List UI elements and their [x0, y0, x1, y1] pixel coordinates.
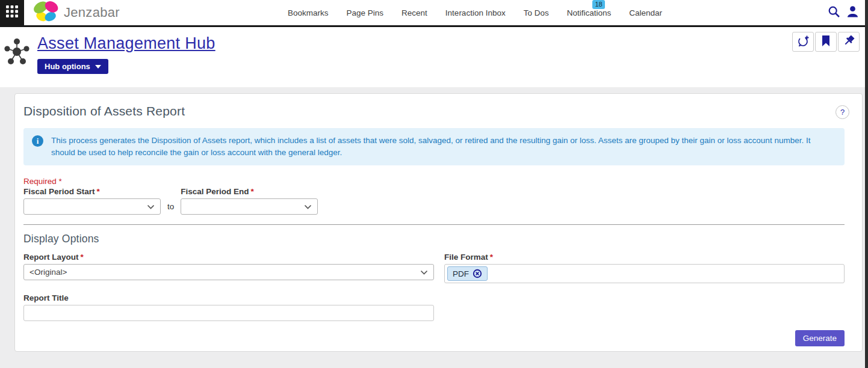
file-format-label: File Format*: [444, 253, 845, 262]
notifications-badge: 18: [592, 0, 604, 9]
hub-sync-add-button[interactable]: [792, 32, 814, 52]
file-format-chip-label: PDF: [453, 269, 469, 278]
pin-page-button[interactable]: [838, 32, 860, 52]
chevron-down-icon: [95, 65, 101, 69]
chip-remove-icon[interactable]: [473, 269, 482, 278]
hub-header-actions: [792, 32, 860, 52]
search-button[interactable]: [828, 5, 840, 20]
report-title-label: Report Title: [23, 293, 845, 302]
top-nav-menu: Bookmarks Page Pins Recent Interaction I…: [288, 0, 662, 25]
jenzabar-butterfly-icon: [33, 0, 60, 25]
file-format-tag-input[interactable]: PDF: [444, 264, 845, 283]
report-layout-value: <Original>: [29, 268, 67, 277]
fiscal-period-start-label: Fiscal Period Start*: [23, 187, 161, 196]
nav-item-to-dos[interactable]: To Dos: [524, 8, 549, 17]
report-layout-select[interactable]: <Original>: [23, 264, 434, 280]
file-format-chip: PDF: [447, 266, 488, 281]
section-divider: [23, 224, 845, 225]
info-banner: i This process generates the Disposition…: [23, 128, 845, 165]
hub-network-icon: [3, 36, 31, 87]
nav-item-calendar[interactable]: Calendar: [629, 8, 662, 17]
nav-item-notifications-label: Notifications: [567, 8, 612, 17]
fiscal-period-end-select[interactable]: [181, 198, 318, 215]
pushpin-icon: [842, 34, 855, 50]
info-icon: i: [32, 135, 43, 147]
panel-title: Disposition of Assets Report: [23, 104, 185, 118]
bookmark-page-button[interactable]: [815, 32, 837, 52]
jenzabar-logo[interactable]: Jenzabar: [33, 0, 120, 25]
top-nav-bar: Jenzabar Bookmarks Page Pins Recent Inte…: [0, 0, 868, 27]
info-banner-text: This process generates the Disposition o…: [51, 135, 835, 158]
question-mark-icon: ?: [840, 108, 845, 117]
disposition-report-panel: Disposition of Assets Report ? i This pr…: [14, 93, 863, 352]
chevron-down-icon: [304, 202, 312, 211]
bookmark-icon: [821, 35, 831, 49]
window-right-edge: [865, 0, 868, 368]
fiscal-period-start-select[interactable]: [23, 198, 161, 215]
nav-item-recent[interactable]: Recent: [401, 8, 427, 17]
nav-item-bookmarks[interactable]: Bookmarks: [288, 8, 329, 17]
app-grid-button[interactable]: [0, 0, 24, 26]
fiscal-period-row: Fiscal Period Start* to Fiscal Period En…: [23, 186, 845, 215]
report-layout-label: Report Layout*: [23, 253, 434, 262]
brand-text: Jenzabar: [64, 5, 120, 20]
hub-options-label: Hub options: [45, 62, 90, 71]
app-grid-icon: [6, 5, 18, 20]
nav-item-notifications[interactable]: 18 Notifications: [567, 8, 612, 17]
display-options-heading: Display Options: [23, 233, 845, 245]
nav-item-interaction-inbox[interactable]: Interaction Inbox: [445, 8, 506, 17]
top-nav-actions: [828, 0, 858, 25]
hub-header: Asset Management Hub Hub options: [0, 27, 868, 87]
search-icon: [828, 5, 840, 20]
sync-add-icon: [796, 34, 810, 50]
help-button[interactable]: ?: [835, 105, 849, 119]
user-profile-button[interactable]: [847, 5, 858, 20]
page-title-link[interactable]: Asset Management Hub: [37, 34, 215, 53]
hub-options-button[interactable]: Hub options: [37, 59, 108, 74]
report-title-input[interactable]: [23, 305, 434, 321]
range-separator: to: [167, 202, 174, 211]
chevron-down-icon: [147, 202, 155, 211]
chevron-down-icon: [420, 268, 428, 277]
generate-button[interactable]: Generate: [795, 330, 845, 346]
user-profile-icon: [847, 5, 858, 20]
fiscal-period-end-label: Fiscal Period End*: [181, 187, 318, 196]
required-note: Required *: [23, 177, 845, 186]
nav-item-page-pins[interactable]: Page Pins: [347, 8, 384, 17]
